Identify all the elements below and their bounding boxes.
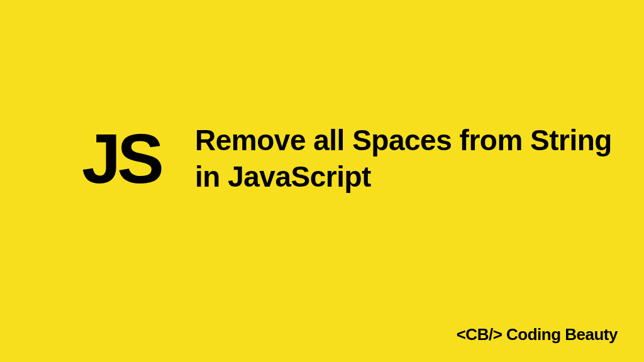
article-title: Remove all Spaces from String in JavaScr… [195,123,644,195]
js-logo: JS [82,124,160,194]
brand-signature: <CB/> Coding Beauty [457,325,618,344]
main-content-row: JS Remove all Spaces from String in Java… [82,123,644,195]
